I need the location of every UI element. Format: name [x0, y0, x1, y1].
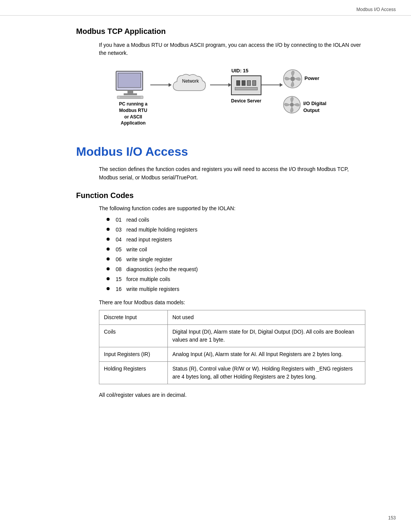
list-item: 06 write single register: [107, 256, 365, 264]
desc-03: read multiple holding registers: [126, 226, 198, 234]
svg-rect-3: [124, 93, 137, 95]
table-cell-col2: Not used: [168, 310, 365, 324]
list-item: 08 diagnostics (echo the request): [107, 265, 365, 273]
pc-icon: [114, 70, 150, 100]
page-header: Modbus I/O Access: [0, 0, 411, 16]
bullet-dot: [107, 257, 110, 260]
io-fan-icon: [282, 95, 301, 115]
bullet-dot: [107, 248, 110, 251]
device-server-box: [231, 75, 261, 95]
bullet-dot: [107, 267, 110, 270]
code-06: 06: [116, 256, 126, 264]
bullet-dot: [107, 287, 110, 290]
device-server-label: Device Server: [225, 98, 267, 104]
table-cell-col1: Discrete Input: [99, 310, 168, 324]
list-item: 16 write multiple registers: [107, 285, 365, 293]
code-01: 01: [116, 216, 126, 224]
power-label: Power: [304, 75, 319, 81]
network-cloud: [171, 72, 209, 97]
uid-label: UID: 15: [231, 68, 249, 73]
table-cell-col2: Digital Input (DI), Alarm state for DI, …: [168, 324, 365, 347]
tcp-intro-text: If you have a Modbus RTU or Modbus ASCII…: [99, 41, 365, 57]
list-item: 04 read input registers: [107, 236, 365, 244]
svg-point-10: [290, 103, 294, 107]
list-item: 03 read multiple holding registers: [107, 226, 365, 234]
bullet-dot: [107, 218, 110, 221]
svg-rect-4: [117, 96, 143, 99]
power-fan-icon: [282, 69, 303, 91]
code-05: 05: [116, 246, 126, 254]
table-row: Input Registers (IR) Analog Input (AI), …: [99, 347, 365, 361]
tcp-section-heading: Modbus TCP Application: [76, 27, 365, 36]
table-cell-col1: Input Registers (IR): [99, 347, 168, 361]
function-codes-intro: The following function codes are support…: [99, 205, 365, 211]
list-item: 05 write coil: [107, 246, 365, 254]
table-row: Coils Digital Input (DI), Alarm state fo…: [99, 324, 365, 347]
main-page-title: Modbus I/O Access: [76, 145, 365, 159]
code-16: 16: [116, 285, 126, 293]
arrow-device-io: [261, 85, 282, 85]
bullet-dot: [107, 238, 110, 241]
table-cell-col1: Coils: [99, 324, 168, 347]
main-intro-text: The section defines the function codes a…: [99, 165, 365, 182]
data-models-table: Discrete Input Not used Coils Digital In…: [99, 310, 365, 384]
arrow-pc-cloud: [150, 85, 171, 85]
network-label: Network: [178, 78, 203, 84]
desc-06: write single register: [126, 256, 172, 264]
code-04: 04: [116, 236, 126, 244]
desc-05: write coil: [126, 246, 147, 254]
arrow-cloud-device: [210, 85, 231, 85]
function-codes-heading: Function Codes: [76, 191, 365, 200]
desc-15: force multiple coils: [126, 275, 170, 283]
models-intro-text: There are four Modbus data models:: [99, 299, 365, 305]
desc-01: read coils: [126, 216, 149, 224]
function-codes-list: 01 read coils 03 read multiple holding r…: [107, 216, 365, 293]
table-cell-col1: Holding Registers: [99, 361, 168, 384]
table-cell-col2: Status (R), Control value (R/W or W). Ho…: [168, 361, 365, 384]
diagram-container: PC running a Modbus RTU or ASCII Applica…: [76, 65, 365, 133]
code-03: 03: [116, 226, 126, 234]
svg-rect-2: [127, 90, 133, 93]
header-title: Modbus I/O Access: [357, 7, 396, 12]
code-15: 15: [116, 275, 126, 283]
list-item: 15 force multiple coils: [107, 275, 365, 283]
desc-04: read input registers: [126, 236, 172, 244]
bullet-dot: [107, 228, 110, 231]
bullet-dot: [107, 277, 110, 280]
table-row: Holding Registers Status (R), Control va…: [99, 361, 365, 384]
pc-label: PC running a Modbus RTU or ASCII Applica…: [112, 101, 154, 126]
code-08: 08: [116, 265, 126, 273]
list-item: 01 read coils: [107, 216, 365, 224]
table-row: Discrete Input Not used: [99, 310, 365, 324]
table-cell-col2: Analog Input (AI), Alarm state for AI. A…: [168, 347, 365, 361]
diagram: PC running a Modbus RTU or ASCII Applica…: [114, 65, 327, 133]
io-label: I/O Digital Output: [303, 100, 327, 114]
svg-point-8: [290, 77, 295, 81]
desc-16: write multiple registers: [126, 285, 179, 293]
desc-08: diagnostics (echo the request): [126, 265, 198, 273]
page-content: Modbus TCP Application If you have a Mod…: [0, 16, 411, 421]
footer-text: All coil/register values are in decimal.: [99, 392, 365, 398]
page-number: 153: [388, 515, 396, 521]
svg-rect-1: [118, 73, 141, 88]
